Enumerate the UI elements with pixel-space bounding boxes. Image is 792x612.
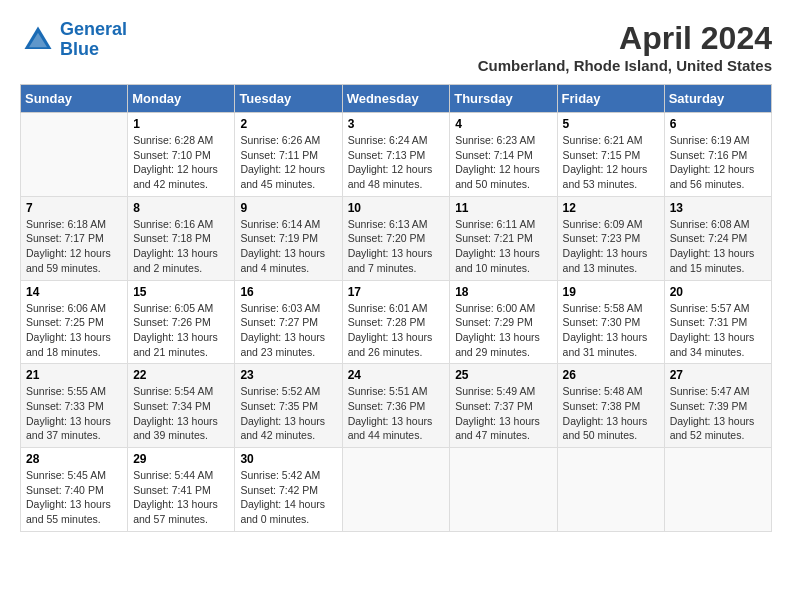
calendar-header-thursday: Thursday [450,85,557,113]
calendar-header-friday: Friday [557,85,664,113]
calendar-table: SundayMondayTuesdayWednesdayThursdayFrid… [20,84,772,532]
day-info: Sunrise: 5:54 AMSunset: 7:34 PMDaylight:… [133,384,229,443]
day-number: 23 [240,368,336,382]
day-number: 30 [240,452,336,466]
calendar-cell: 18Sunrise: 6:00 AMSunset: 7:29 PMDayligh… [450,280,557,364]
day-number: 15 [133,285,229,299]
day-info: Sunrise: 6:09 AMSunset: 7:23 PMDaylight:… [563,217,659,276]
day-info: Sunrise: 6:05 AMSunset: 7:26 PMDaylight:… [133,301,229,360]
calendar-week-3: 14Sunrise: 6:06 AMSunset: 7:25 PMDayligh… [21,280,772,364]
day-info: Sunrise: 6:08 AMSunset: 7:24 PMDaylight:… [670,217,766,276]
day-info: Sunrise: 6:13 AMSunset: 7:20 PMDaylight:… [348,217,445,276]
calendar-cell: 3Sunrise: 6:24 AMSunset: 7:13 PMDaylight… [342,113,450,197]
calendar-header-saturday: Saturday [664,85,771,113]
day-info: Sunrise: 5:44 AMSunset: 7:41 PMDaylight:… [133,468,229,527]
calendar-cell: 16Sunrise: 6:03 AMSunset: 7:27 PMDayligh… [235,280,342,364]
day-number: 1 [133,117,229,131]
day-info: Sunrise: 6:16 AMSunset: 7:18 PMDaylight:… [133,217,229,276]
logo: General Blue [20,20,127,60]
day-info: Sunrise: 5:42 AMSunset: 7:42 PMDaylight:… [240,468,336,527]
day-info: Sunrise: 6:01 AMSunset: 7:28 PMDaylight:… [348,301,445,360]
day-number: 27 [670,368,766,382]
calendar-header-row: SundayMondayTuesdayWednesdayThursdayFrid… [21,85,772,113]
day-info: Sunrise: 6:21 AMSunset: 7:15 PMDaylight:… [563,133,659,192]
calendar-cell: 2Sunrise: 6:26 AMSunset: 7:11 PMDaylight… [235,113,342,197]
calendar-header-wednesday: Wednesday [342,85,450,113]
day-number: 17 [348,285,445,299]
calendar-cell: 20Sunrise: 5:57 AMSunset: 7:31 PMDayligh… [664,280,771,364]
day-info: Sunrise: 5:51 AMSunset: 7:36 PMDaylight:… [348,384,445,443]
day-number: 10 [348,201,445,215]
day-number: 14 [26,285,122,299]
day-number: 12 [563,201,659,215]
day-number: 3 [348,117,445,131]
calendar-cell: 9Sunrise: 6:14 AMSunset: 7:19 PMDaylight… [235,196,342,280]
day-info: Sunrise: 5:57 AMSunset: 7:31 PMDaylight:… [670,301,766,360]
calendar-cell: 6Sunrise: 6:19 AMSunset: 7:16 PMDaylight… [664,113,771,197]
calendar-cell: 8Sunrise: 6:16 AMSunset: 7:18 PMDaylight… [128,196,235,280]
day-number: 5 [563,117,659,131]
calendar-cell: 15Sunrise: 6:05 AMSunset: 7:26 PMDayligh… [128,280,235,364]
day-info: Sunrise: 6:18 AMSunset: 7:17 PMDaylight:… [26,217,122,276]
day-info: Sunrise: 6:28 AMSunset: 7:10 PMDaylight:… [133,133,229,192]
calendar-cell: 22Sunrise: 5:54 AMSunset: 7:34 PMDayligh… [128,364,235,448]
calendar-cell: 10Sunrise: 6:13 AMSunset: 7:20 PMDayligh… [342,196,450,280]
calendar-cell: 7Sunrise: 6:18 AMSunset: 7:17 PMDaylight… [21,196,128,280]
page-header: General Blue April 2024 Cumberland, Rhod… [20,20,772,74]
calendar-cell [664,448,771,532]
day-info: Sunrise: 6:19 AMSunset: 7:16 PMDaylight:… [670,133,766,192]
calendar-cell: 23Sunrise: 5:52 AMSunset: 7:35 PMDayligh… [235,364,342,448]
calendar-week-2: 7Sunrise: 6:18 AMSunset: 7:17 PMDaylight… [21,196,772,280]
day-number: 11 [455,201,551,215]
calendar-header-monday: Monday [128,85,235,113]
day-number: 25 [455,368,551,382]
calendar-cell: 19Sunrise: 5:58 AMSunset: 7:30 PMDayligh… [557,280,664,364]
title-block: April 2024 Cumberland, Rhode Island, Uni… [478,20,772,74]
day-info: Sunrise: 5:49 AMSunset: 7:37 PMDaylight:… [455,384,551,443]
calendar-cell: 26Sunrise: 5:48 AMSunset: 7:38 PMDayligh… [557,364,664,448]
day-info: Sunrise: 6:23 AMSunset: 7:14 PMDaylight:… [455,133,551,192]
day-info: Sunrise: 5:58 AMSunset: 7:30 PMDaylight:… [563,301,659,360]
calendar-header-tuesday: Tuesday [235,85,342,113]
calendar-cell: 27Sunrise: 5:47 AMSunset: 7:39 PMDayligh… [664,364,771,448]
day-number: 16 [240,285,336,299]
day-info: Sunrise: 6:06 AMSunset: 7:25 PMDaylight:… [26,301,122,360]
calendar-cell [557,448,664,532]
day-info: Sunrise: 6:03 AMSunset: 7:27 PMDaylight:… [240,301,336,360]
day-info: Sunrise: 6:00 AMSunset: 7:29 PMDaylight:… [455,301,551,360]
day-number: 9 [240,201,336,215]
day-number: 4 [455,117,551,131]
day-info: Sunrise: 5:52 AMSunset: 7:35 PMDaylight:… [240,384,336,443]
day-number: 19 [563,285,659,299]
day-info: Sunrise: 5:55 AMSunset: 7:33 PMDaylight:… [26,384,122,443]
day-info: Sunrise: 6:11 AMSunset: 7:21 PMDaylight:… [455,217,551,276]
day-number: 7 [26,201,122,215]
day-info: Sunrise: 6:24 AMSunset: 7:13 PMDaylight:… [348,133,445,192]
calendar-cell: 5Sunrise: 6:21 AMSunset: 7:15 PMDaylight… [557,113,664,197]
calendar-cell: 12Sunrise: 6:09 AMSunset: 7:23 PMDayligh… [557,196,664,280]
day-number: 6 [670,117,766,131]
calendar-cell [342,448,450,532]
day-number: 13 [670,201,766,215]
day-number: 28 [26,452,122,466]
day-number: 29 [133,452,229,466]
logo-text: General Blue [60,20,127,60]
day-info: Sunrise: 5:45 AMSunset: 7:40 PMDaylight:… [26,468,122,527]
main-title: April 2024 [478,20,772,57]
calendar-week-5: 28Sunrise: 5:45 AMSunset: 7:40 PMDayligh… [21,448,772,532]
day-number: 22 [133,368,229,382]
calendar-header-sunday: Sunday [21,85,128,113]
calendar-cell: 1Sunrise: 6:28 AMSunset: 7:10 PMDaylight… [128,113,235,197]
calendar-cell: 21Sunrise: 5:55 AMSunset: 7:33 PMDayligh… [21,364,128,448]
calendar-cell: 29Sunrise: 5:44 AMSunset: 7:41 PMDayligh… [128,448,235,532]
calendar-week-4: 21Sunrise: 5:55 AMSunset: 7:33 PMDayligh… [21,364,772,448]
calendar-cell: 30Sunrise: 5:42 AMSunset: 7:42 PMDayligh… [235,448,342,532]
calendar-cell: 24Sunrise: 5:51 AMSunset: 7:36 PMDayligh… [342,364,450,448]
calendar-cell [21,113,128,197]
calendar-cell: 17Sunrise: 6:01 AMSunset: 7:28 PMDayligh… [342,280,450,364]
day-number: 26 [563,368,659,382]
calendar-cell: 4Sunrise: 6:23 AMSunset: 7:14 PMDaylight… [450,113,557,197]
day-number: 18 [455,285,551,299]
calendar-cell: 14Sunrise: 6:06 AMSunset: 7:25 PMDayligh… [21,280,128,364]
calendar-cell [450,448,557,532]
